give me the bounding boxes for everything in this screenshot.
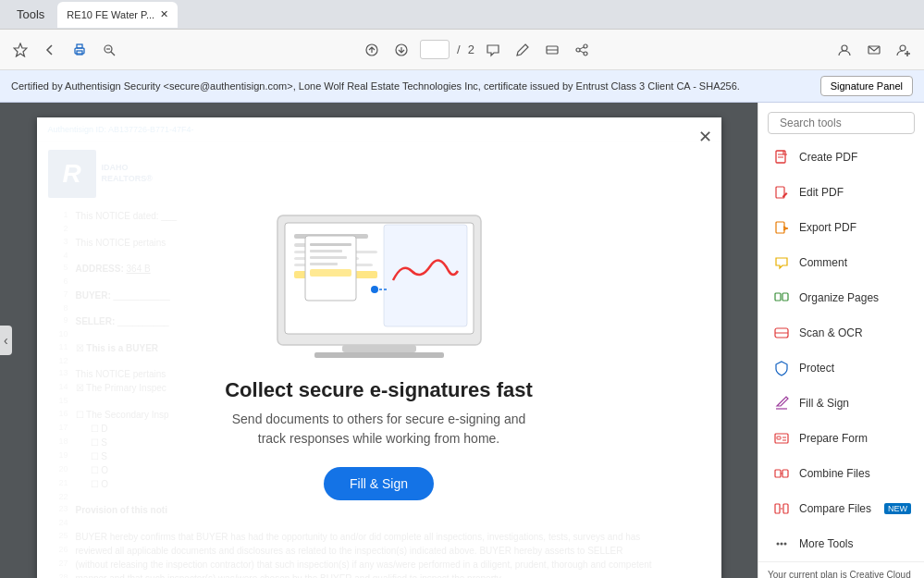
add-user-button[interactable] (893, 39, 915, 61)
export-pdf-icon (771, 217, 792, 238)
tool-combine-files[interactable]: Combine Files (762, 457, 920, 490)
tool-export-pdf[interactable]: Export PDF (762, 211, 920, 244)
print-icon (72, 43, 87, 57)
svg-rect-31 (342, 345, 416, 352)
page-total: 2 (468, 43, 474, 56)
tool-more-tools[interactable]: More Tools (762, 527, 920, 560)
svg-rect-36 (310, 243, 351, 246)
mail-icon (867, 43, 881, 57)
edit-pdf-label: Edit PDF (799, 186, 844, 199)
svg-marker-0 (14, 43, 27, 56)
svg-point-11 (584, 44, 587, 48)
tool-create-pdf[interactable]: Create PDF (762, 141, 920, 174)
svg-rect-47 (776, 222, 784, 233)
main-area: Authentisign ID: AB137726-B771-47F4- R I… (0, 103, 924, 578)
overlay-cta-button[interactable]: Fill & Sign (324, 467, 434, 500)
redact-button[interactable] (541, 39, 563, 61)
back-icon (43, 43, 57, 57)
toolbar-left (9, 39, 120, 61)
combine-files-label: Combine Files (799, 467, 870, 480)
star-icon (13, 43, 28, 57)
tool-protect[interactable]: Protect (762, 351, 920, 385)
svg-line-14 (580, 47, 584, 49)
fill-sign-label: Fill & Sign (799, 397, 849, 410)
back-button[interactable] (39, 39, 61, 61)
tool-organize-pages[interactable]: Organize Pages (762, 281, 920, 314)
pen-icon (515, 43, 530, 57)
organize-pages-label: Organize Pages (799, 291, 879, 304)
scan-icon (771, 323, 792, 343)
scan-ocr-label: Scan & OCR (799, 326, 863, 339)
page-separator: / (457, 43, 461, 56)
svg-rect-50 (782, 293, 788, 301)
tool-fill-sign[interactable]: Fill & Sign (762, 387, 920, 420)
scroll-down-button[interactable] (390, 39, 413, 61)
signature-panel-button[interactable]: Signature Panel (820, 76, 913, 96)
pen-button[interactable] (511, 39, 534, 61)
svg-line-15 (580, 51, 584, 53)
compare-files-label: Compare Files (799, 502, 871, 515)
protect-label: Protect (799, 362, 834, 375)
svg-point-16 (842, 45, 847, 51)
scroll-up-button[interactable] (361, 39, 383, 61)
svg-rect-55 (777, 437, 781, 439)
sig-bar-text: Certified by Authentisign Security <secu… (11, 80, 740, 92)
svg-rect-49 (775, 293, 781, 301)
tool-comment[interactable]: Comment (762, 246, 920, 279)
svg-rect-61 (783, 504, 788, 513)
comment-tool-icon (771, 252, 792, 273)
svg-point-64 (784, 543, 787, 546)
tab-close-button[interactable]: ✕ (160, 8, 168, 20)
svg-point-63 (781, 543, 783, 546)
svg-rect-3 (77, 51, 82, 55)
pdf-page: Authentisign ID: AB137726-B771-47F4- R I… (37, 117, 721, 578)
toolbar: 1 / 2 (0, 30, 924, 70)
tool-compare-files[interactable]: Compare Files NEW (762, 492, 920, 525)
svg-rect-37 (310, 250, 342, 252)
svg-point-18 (900, 45, 906, 51)
tool-prepare-form[interactable]: Prepare Form (762, 422, 920, 455)
more-tools-icon (771, 534, 792, 554)
search-input[interactable] (780, 117, 918, 129)
comment-button[interactable] (482, 39, 504, 61)
svg-rect-59 (782, 470, 788, 477)
svg-rect-38 (310, 256, 347, 259)
scroll-left-button[interactable]: ‹ (0, 326, 12, 355)
svg-point-62 (777, 543, 780, 546)
overlay-close-button[interactable]: ✕ (698, 127, 712, 147)
page-number-input[interactable]: 1 (420, 40, 450, 59)
share-button[interactable] (571, 39, 593, 61)
export-pdf-label: Export PDF (799, 221, 856, 234)
tab-active-label: RE10 FE Water P... (67, 9, 154, 20)
account-button[interactable] (833, 39, 856, 61)
toolbar-right (833, 39, 915, 61)
up-arrow-icon (364, 43, 379, 57)
mail-button[interactable] (863, 39, 885, 61)
svg-rect-32 (314, 352, 444, 358)
svg-point-13 (576, 48, 580, 52)
print-button[interactable] (68, 39, 91, 61)
account-icon (837, 43, 852, 57)
search-box[interactable] (768, 112, 915, 134)
svg-rect-60 (775, 504, 780, 513)
tab-active[interactable]: RE10 FE Water P... ✕ (57, 2, 178, 28)
comment-icon (486, 43, 500, 57)
redact-icon (545, 43, 560, 57)
signature-bar: Certified by Authentisign Security <secu… (0, 70, 924, 103)
more-tools-label: More Tools (799, 537, 853, 550)
sidebar: Create PDF Edit PDF Export PDF Comment O… (758, 103, 924, 578)
zoom-out-icon (102, 43, 117, 57)
comment-label: Comment (799, 256, 847, 269)
protect-icon (771, 358, 792, 378)
esign-illustration (231, 197, 527, 368)
tool-edit-pdf[interactable]: Edit PDF (762, 176, 920, 209)
bookmark-button[interactable] (9, 39, 31, 61)
zoom-out-button[interactable] (98, 39, 120, 61)
tool-scan-ocr[interactable]: Scan & OCR (762, 316, 920, 350)
tab-tools[interactable]: Tools (7, 7, 54, 21)
share-icon (574, 43, 589, 57)
combine-icon (771, 463, 792, 484)
fill-sign-icon (771, 393, 792, 413)
svg-rect-2 (77, 44, 82, 48)
svg-point-34 (371, 286, 378, 293)
